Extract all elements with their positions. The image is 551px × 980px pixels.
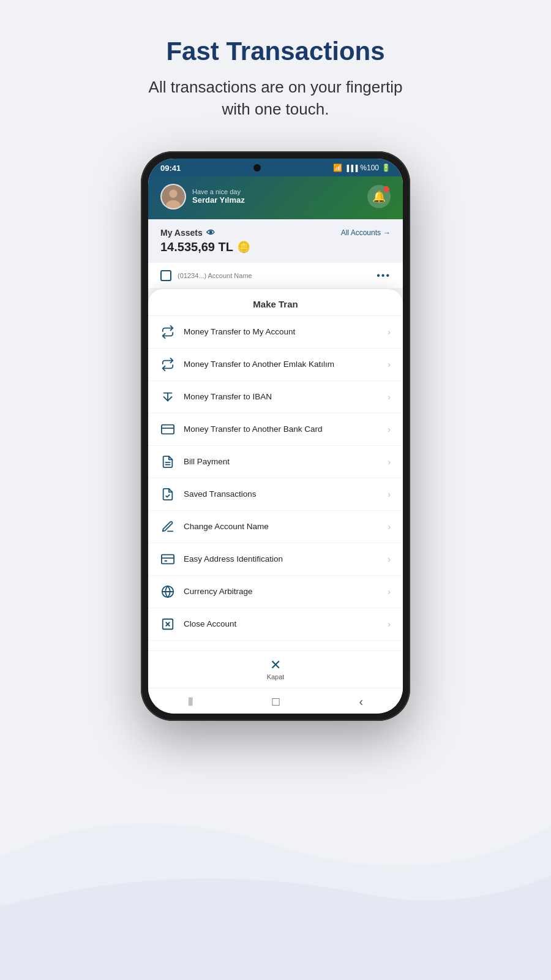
transfer-iban-icon: [160, 390, 175, 404]
bill-payment-icon: [160, 454, 175, 469]
menu-list: Money Transfer to My Account › Money Tra…: [148, 316, 403, 650]
chevron-icon: ›: [388, 360, 391, 369]
page-header: Fast Transactions All transactions are o…: [149, 37, 403, 121]
close-x-icon: ✕: [270, 658, 281, 672]
user-name: Serdar Yılmaz: [192, 195, 245, 205]
nav-bar: ⦀ □ ‹: [148, 688, 403, 714]
chevron-icon: ›: [388, 457, 391, 467]
menu-label: Change Account Name: [184, 522, 379, 531]
arrow-right-icon: →: [383, 228, 391, 237]
assets-text: My Assets: [160, 228, 203, 238]
user-info: Have a nice day Serdar Yılmaz: [160, 184, 245, 209]
signal-icon: ▐▐▐: [345, 165, 358, 172]
transfer-bank-card-icon: [160, 422, 175, 437]
close-label: Kapat: [267, 673, 285, 680]
battery-text: %100: [360, 164, 379, 172]
phone-frame: 09:41 📶 ▐▐▐ %100 🔋 Have: [141, 151, 410, 721]
saved-transactions-icon: [160, 487, 175, 502]
assets-top: My Assets 👁 All Accounts →: [160, 228, 391, 238]
menu-item-transfer-my-account[interactable]: Money Transfer to My Account ›: [148, 316, 403, 349]
assets-amount: 14.535,69 TL 🪙: [160, 240, 391, 254]
account-number: (01234...) Account Name: [178, 272, 252, 279]
assets-label: My Assets 👁: [160, 228, 215, 238]
svg-rect-9: [162, 554, 174, 564]
more-icon[interactable]: •••: [377, 270, 391, 281]
menu-label: Close Account: [184, 619, 379, 628]
menu-item-transfer-iban[interactable]: Money Transfer to IBAN ›: [148, 381, 403, 413]
nav-back-icon[interactable]: ‹: [359, 695, 363, 709]
status-icons: 📶 ▐▐▐ %100 🔋: [333, 164, 391, 172]
battery-icon: 🔋: [381, 164, 391, 172]
greeting-text: Have a nice day: [192, 188, 245, 195]
status-time: 09:41: [160, 164, 181, 173]
chevron-icon: ›: [388, 587, 391, 597]
transfer-my-account-icon: [160, 325, 175, 339]
transfer-emlak-icon: [160, 357, 175, 372]
menu-item-easy-address[interactable]: Easy Address Identification ›: [148, 543, 403, 576]
wifi-icon: 📶: [333, 164, 342, 172]
avatar: [160, 184, 186, 209]
coin-icon: 🪙: [237, 240, 250, 254]
status-bar: 09:41 📶 ▐▐▐ %100 🔋: [148, 159, 403, 176]
menu-item-transfer-bank-card[interactable]: Money Transfer to Another Bank Card ›: [148, 413, 403, 446]
easy-address-icon: [160, 552, 175, 567]
notification-badge: [383, 186, 389, 192]
page-title: Fast Transactions: [149, 37, 403, 66]
all-accounts-link[interactable]: All Accounts →: [341, 228, 391, 237]
camera-notch: [253, 164, 261, 172]
notification-button[interactable]: 🔔: [367, 185, 391, 208]
menu-label: Money Transfer to IBAN: [184, 392, 379, 401]
menu-label: Currency Arbitrage: [184, 587, 379, 596]
currency-arbitrage-icon: [160, 584, 175, 599]
chevron-icon: ›: [388, 619, 391, 629]
chevron-icon: ›: [388, 489, 391, 499]
chevron-icon: ›: [388, 327, 391, 337]
menu-item-change-account-name[interactable]: Change Account Name ›: [148, 511, 403, 543]
assets-section: My Assets 👁 All Accounts → 14.535,69 TL …: [148, 219, 403, 263]
close-button[interactable]: ✕ Kapat: [267, 658, 285, 680]
nav-menu-icon[interactable]: ⦀: [188, 695, 193, 709]
nav-home-icon[interactable]: □: [272, 695, 280, 709]
menu-label: Money Transfer to Another Bank Card: [184, 424, 379, 434]
user-text: Have a nice day Serdar Yılmaz: [192, 188, 245, 205]
svg-rect-5: [162, 424, 174, 434]
account-row[interactable]: (01234...) Account Name •••: [148, 263, 403, 289]
change-account-name-icon: [160, 519, 175, 534]
bottom-sheet: Make Tran Money Transfer to My Account ›: [148, 289, 403, 688]
menu-item-transfer-emlak[interactable]: Money Transfer to Another Emlak Katılım …: [148, 349, 403, 381]
account-checkbox: [160, 270, 171, 281]
menu-item-close-account[interactable]: Close Account ›: [148, 608, 403, 641]
menu-item-currency-arbitrage[interactable]: Currency Arbitrage ›: [148, 576, 403, 608]
page-subtitle: All transactions are on your fingertipwi…: [149, 76, 403, 121]
menu-label: Bill Payment: [184, 457, 379, 466]
menu-label: Money Transfer to Another Emlak Katılım: [184, 360, 379, 369]
menu-item-saved-transactions[interactable]: Saved Transactions ›: [148, 478, 403, 511]
menu-label: Saved Transactions: [184, 489, 379, 499]
close-account-icon: [160, 617, 175, 631]
app-header: Have a nice day Serdar Yılmaz 🔔: [148, 176, 403, 219]
phone-screen: 09:41 📶 ▐▐▐ %100 🔋 Have: [148, 159, 403, 714]
chevron-icon: ›: [388, 424, 391, 434]
chevron-icon: ›: [388, 554, 391, 564]
chevron-icon: ›: [388, 392, 391, 402]
menu-label: Easy Address Identification: [184, 554, 379, 564]
chevron-icon: ›: [388, 522, 391, 532]
eye-icon[interactable]: 👁: [206, 228, 215, 238]
menu-label: Money Transfer to My Account: [184, 327, 379, 336]
bell-icon: 🔔: [372, 190, 386, 203]
menu-item-bill-payment[interactable]: Bill Payment ›: [148, 446, 403, 478]
sheet-title: Make Tran: [148, 289, 403, 316]
close-section: ✕ Kapat: [148, 650, 403, 688]
svg-point-1: [169, 189, 177, 197]
account-left: (01234...) Account Name: [160, 270, 252, 281]
